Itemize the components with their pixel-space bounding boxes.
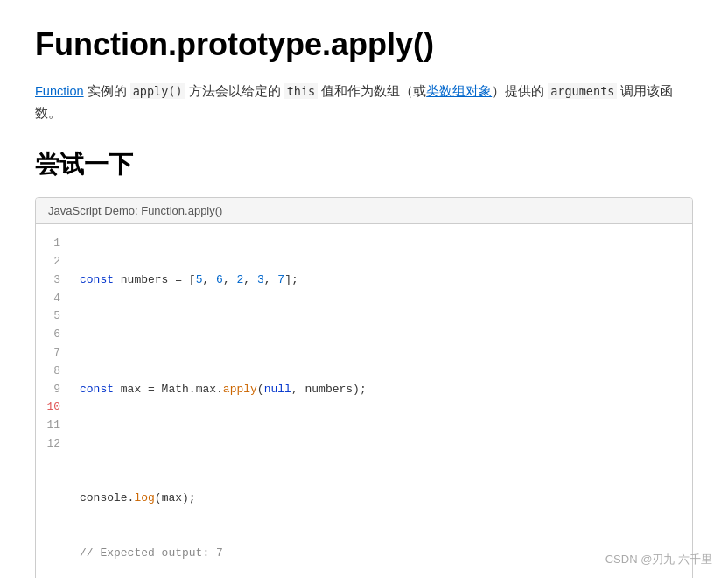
page-description: Function 实例的 apply() 方法会以给定的 this 值和作为数组… — [35, 81, 693, 123]
line-num-2: 2 — [45, 253, 60, 271]
line-num-1: 1 — [45, 235, 60, 253]
line-num-12: 12 — [45, 435, 60, 454]
line-num-9: 9 — [45, 381, 60, 399]
line-num-5: 5 — [45, 307, 60, 326]
line-num-4: 4 — [45, 290, 60, 308]
code-line-6: // Expected output: 7 — [80, 545, 680, 563]
line-num-3: 3 — [45, 271, 60, 290]
code-line-3: const max = Math.max.apply(null, numbers… — [80, 381, 680, 399]
line-num-8: 8 — [45, 363, 60, 381]
code-block[interactable]: const numbers = [5, 6, 2, 3, 7]; const m… — [67, 224, 692, 578]
section-title: 尝试一下 — [35, 148, 693, 181]
code-line-2 — [80, 326, 680, 344]
code-line-5: console.log(max); — [80, 490, 680, 508]
demo-container: JavaScript Demo: Function.apply() 1 2 3 … — [35, 197, 693, 578]
watermark: CSDN @刃九 六千里 — [606, 552, 712, 567]
line-num-10: 10 — [45, 398, 60, 417]
line-num-11: 11 — [45, 417, 60, 435]
line-numbers: 1 2 3 4 5 6 7 8 9 10 11 12 — [36, 224, 67, 578]
page-title: Function.prototype.apply() — [35, 26, 693, 63]
code-line-4 — [80, 435, 680, 454]
code-line-1: const numbers = [5, 6, 2, 3, 7]; — [80, 271, 680, 290]
array-like-link[interactable]: 类数组对象 — [426, 84, 492, 98]
function-link[interactable]: Function — [35, 84, 84, 98]
line-num-6: 6 — [45, 326, 60, 344]
line-num-7: 7 — [45, 344, 60, 363]
code-area: 1 2 3 4 5 6 7 8 9 10 11 12 const numbers… — [36, 224, 692, 578]
demo-header: JavaScript Demo: Function.apply() — [36, 198, 692, 224]
